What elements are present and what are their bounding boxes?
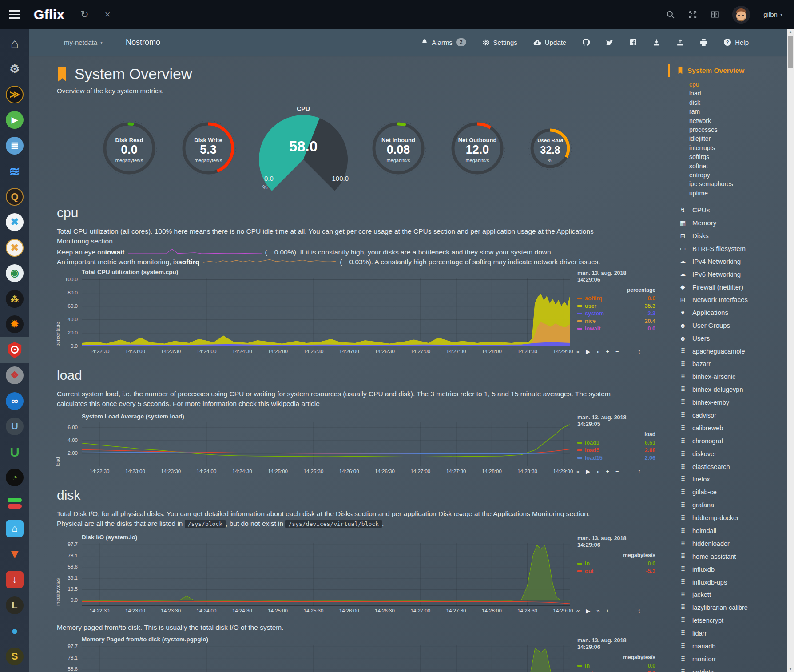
refresh-icon[interactable]: ↻ [80,9,88,20]
legend-entry-iowait[interactable]: iowait0.0 [577,325,655,332]
fullscreen-icon[interactable] [688,10,697,19]
scrollbar-up-arrow[interactable]: ▲ [787,30,794,34]
legend-entry-in[interactable]: in0.0 [577,662,655,669]
chart-resize-handle[interactable]: ↕ [638,468,641,475]
scrollbar-down-arrow[interactable]: ▼ [787,667,794,671]
zoom-in-button[interactable]: + [606,348,609,355]
close-icon[interactable]: × [105,9,111,20]
sidebar-item-interrupts[interactable]: interrupts [668,143,787,152]
sidebar-section-disks[interactable]: ⊟Disks [668,229,787,242]
legend-entry-out[interactable]: out-5.3 [577,567,655,575]
pan-right-button[interactable]: » [596,468,599,475]
node-graph-app-icon[interactable]: ⁂ [0,286,29,312]
zoom-in-button[interactable]: + [606,608,609,614]
sabnzbd-icon[interactable]: S [0,644,29,669]
disk-read-gauge[interactable]: Disk Read0.0megabytes/s [100,119,159,179]
changelog-book-icon[interactable] [711,11,719,18]
sidebar-app-lidarr[interactable]: ⠿lidarr [668,627,787,640]
cpu-utilization-chart[interactable]: Total CPU utilization (system.cpu)percen… [57,269,657,357]
sidebar-app-lazylibrarian-calibre[interactable]: ⠿lazylibrarian-calibre [668,601,787,614]
home-assistant-icon[interactable]: ⌂ [0,516,29,542]
jackett-icon[interactable]: Q [0,184,29,210]
help-button[interactable]: ? Help [723,38,749,46]
pan-right-button[interactable]: » [596,348,599,355]
facebook-button[interactable] [630,39,637,46]
sidebar-item-idlejitter[interactable]: idlejitter [668,134,787,143]
search-icon[interactable] [666,10,675,19]
sidebar-item-entropy[interactable]: entropy [668,171,787,179]
legend-entry-load5[interactable]: load52.68 [577,446,655,454]
sidebar-app-netdata[interactable]: ⠿netdata [668,665,787,672]
sidebar-app-firefox[interactable]: ⠿firefox [668,473,787,486]
system-load-chart[interactable]: System Load Average (system.load)load6.0… [57,413,657,477]
alarms-button[interactable]: Alarms 2 [421,38,466,46]
swirl-app-icon[interactable]: ◉ [0,261,29,286]
sidebar-app-elasticsearch[interactable]: ⠿elasticsearch [668,460,787,473]
sidebar-app-monitorr[interactable]: ⠿monitorr [668,652,787,665]
sidebar-section-memory[interactable]: ▦Memory [668,216,787,229]
sidebar-app-grafana[interactable]: ⠿grafana [668,499,787,512]
sidebar-app-cadvisor[interactable]: ⠿cadvisor [668,409,787,422]
sidebar-app-diskover[interactable]: ⠿diskover [668,447,787,460]
sidebar-section-users[interactable]: ☻Users [668,332,787,345]
scrollbar-thumb[interactable] [788,36,793,68]
chart-plot-area[interactable] [82,543,570,606]
sidebar-section-ipv4-networking[interactable]: ☁IPv4 Networking [668,255,787,268]
settings-icon[interactable]: ⚙ [0,56,29,82]
sidebar-section-applications[interactable]: ♥Applications [668,306,787,319]
sidebar-app-calibreweb[interactable]: ⠿calibreweb [668,421,787,434]
sidebar-item-ipc-semaphores[interactable]: ipc semaphores [668,179,787,188]
sidebar-app-heimdall[interactable]: ⠿heimdall [668,525,787,537]
user-menu[interactable]: gilbn▾ [763,11,782,18]
zoom-out-button[interactable]: − [615,348,619,355]
legend-entry-load1[interactable]: load16.51 [577,439,655,446]
orange-cross-app-icon[interactable]: ✖ [0,235,29,261]
blue-app-icon[interactable]: ● [0,618,29,644]
play-button[interactable]: ▶ [586,348,590,355]
pan-left-button[interactable]: « [576,608,580,614]
sidebar-app-influxdb-ups[interactable]: ⠿influxdb-ups [668,576,787,588]
sidebar-app-mariadb[interactable]: ⠿mariadb [668,640,787,653]
sidebar-item-network[interactable]: network [668,116,787,125]
sidebar-app-hiddenloader[interactable]: ⠿hiddenloader [668,537,787,550]
sidebar-app-hddtemp-docker[interactable]: ⠿hddtemp-docker [668,512,787,525]
plex-icon[interactable]: ≫ [0,82,29,107]
sidebar-item-load[interactable]: load [668,89,787,98]
used-ram-gauge[interactable]: Used RAM32.8% [527,125,573,173]
chart-plot-area[interactable] [82,422,570,466]
ubooquity-icon[interactable]: U [0,414,29,440]
sidebar-item-disk[interactable]: disk [668,98,787,107]
white-cross-app-icon[interactable]: ✖ [0,210,29,235]
grafana-icon[interactable]: ✹ [0,312,29,338]
chart-plot-area[interactable] [82,278,570,346]
sidebar-section-cpus[interactable]: ↯CPUs [668,203,787,216]
lazylibrarian-icon[interactable]: L [0,592,29,618]
pan-left-button[interactable]: « [576,468,580,475]
pan-left-button[interactable]: « [576,348,580,355]
disk-write-gauge[interactable]: Disk Write5.3megabytes/s [179,119,238,179]
nextcloud-icon[interactable]: ∞ [0,388,29,414]
sidebar-app-binhex-delugevpn[interactable]: ⠿binhex-delugevpn [668,383,787,396]
play-button[interactable]: ▶ [586,468,590,475]
sidebar-app-influxdb[interactable]: ⠿influxdb [668,563,787,576]
sidebar-app-gitlab-ce[interactable]: ⠿gitlab-ce [668,486,787,499]
net-inbound-gauge[interactable]: Net Inbound0.08megabits/s [369,119,428,179]
github-button[interactable] [582,38,590,46]
chart-plot-area[interactable] [82,645,570,672]
sidebar-section-ipv6-networking[interactable]: ☁IPv6 Networking [668,268,787,281]
update-button[interactable]: Update [533,39,566,46]
zoom-out-button[interactable]: − [615,468,619,475]
avatar[interactable] [732,6,750,24]
legend-entry-load15[interactable]: load152.06 [577,454,655,461]
sidebar-app-bazarr[interactable]: ⠿bazarr [668,358,787,370]
import-button[interactable] [676,39,684,46]
gitlab-icon[interactable]: ▼ [0,541,29,567]
sidebar-app-binhex-emby[interactable]: ⠿binhex-emby [668,396,787,409]
sidebar-app-letsencrypt[interactable]: ⠿letsencrypt [668,614,787,627]
berries-app-icon[interactable]: ❖ [0,363,29,389]
cpu-gauge[interactable]: CPU58.00.0100.0% [258,105,349,193]
sidebar-app-apacheguacamole[interactable]: ⠿apacheguacamole [668,345,787,358]
settings-button[interactable]: Settings [482,39,517,46]
home-icon[interactable]: ⌂ [0,31,29,56]
export-button[interactable] [653,39,660,46]
